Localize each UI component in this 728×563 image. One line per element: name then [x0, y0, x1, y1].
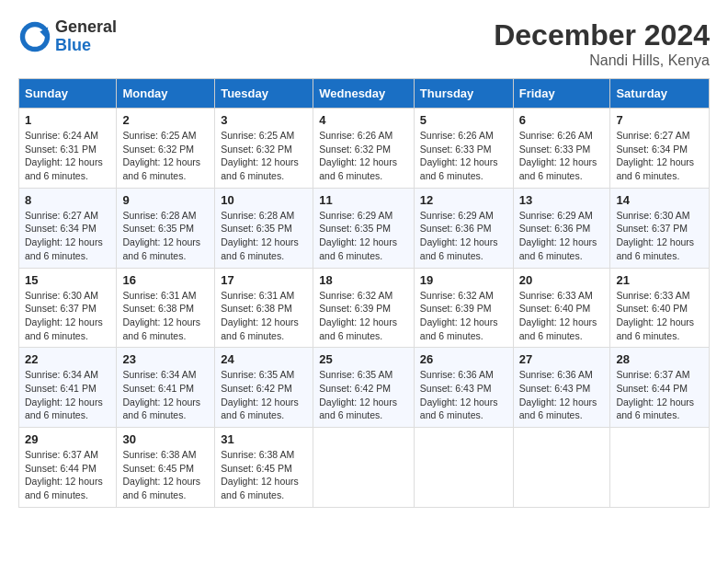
day-info: Sunrise: 6:35 AMSunset: 6:42 PMDaylight:…: [221, 368, 307, 422]
day-number: 29: [25, 432, 110, 446]
calendar-day: 21Sunrise: 6:33 AMSunset: 6:40 PMDayligh…: [610, 268, 710, 348]
calendar-day: 12Sunrise: 6:29 AMSunset: 6:36 PMDayligh…: [414, 188, 513, 268]
calendar-table: SundayMondayTuesdayWednesdayThursdayFrid…: [18, 78, 710, 508]
day-info: Sunrise: 6:24 AMSunset: 6:31 PMDaylight:…: [25, 129, 110, 183]
day-number: 4: [319, 113, 408, 127]
day-info: Sunrise: 6:25 AMSunset: 6:32 PMDaylight:…: [122, 129, 209, 183]
calendar-day: 22Sunrise: 6:34 AMSunset: 6:41 PMDayligh…: [19, 348, 117, 428]
day-info: Sunrise: 6:33 AMSunset: 6:40 PMDaylight:…: [616, 289, 703, 343]
day-info: Sunrise: 6:30 AMSunset: 6:37 PMDaylight:…: [25, 289, 110, 343]
calendar-day: 19Sunrise: 6:32 AMSunset: 6:39 PMDayligh…: [414, 268, 513, 348]
calendar-day: 14Sunrise: 6:30 AMSunset: 6:37 PMDayligh…: [610, 188, 710, 268]
calendar-week-2: 8Sunrise: 6:27 AMSunset: 6:34 PMDaylight…: [19, 188, 710, 268]
calendar-day: 7Sunrise: 6:27 AMSunset: 6:34 PMDaylight…: [610, 109, 710, 189]
day-number: 30: [122, 432, 209, 446]
day-info: Sunrise: 6:28 AMSunset: 6:35 PMDaylight:…: [122, 209, 209, 263]
day-info: Sunrise: 6:26 AMSunset: 6:32 PMDaylight:…: [319, 129, 408, 183]
day-number: 21: [616, 273, 703, 287]
calendar-day: 20Sunrise: 6:33 AMSunset: 6:40 PMDayligh…: [513, 268, 610, 348]
calendar-day: 24Sunrise: 6:35 AMSunset: 6:42 PMDayligh…: [215, 348, 313, 428]
calendar-day: 10Sunrise: 6:28 AMSunset: 6:35 PMDayligh…: [215, 188, 313, 268]
day-info: Sunrise: 6:34 AMSunset: 6:41 PMDaylight:…: [122, 368, 209, 422]
calendar-day: 28Sunrise: 6:37 AMSunset: 6:44 PMDayligh…: [610, 348, 710, 428]
day-number: 27: [519, 352, 605, 366]
day-info: Sunrise: 6:29 AMSunset: 6:36 PMDaylight:…: [519, 209, 605, 263]
calendar-day: 31Sunrise: 6:38 AMSunset: 6:45 PMDayligh…: [215, 428, 313, 508]
day-number: 16: [122, 273, 209, 287]
day-number: 7: [616, 113, 703, 127]
day-header-tuesday: Tuesday: [215, 79, 313, 109]
calendar-day: 30Sunrise: 6:38 AMSunset: 6:45 PMDayligh…: [117, 428, 215, 508]
calendar-day: 2Sunrise: 6:25 AMSunset: 6:32 PMDaylight…: [117, 109, 215, 189]
day-info: Sunrise: 6:33 AMSunset: 6:40 PMDaylight:…: [519, 289, 605, 343]
day-number: 18: [319, 273, 408, 287]
day-info: Sunrise: 6:30 AMSunset: 6:37 PMDaylight:…: [616, 209, 703, 263]
day-info: Sunrise: 6:38 AMSunset: 6:45 PMDaylight:…: [122, 448, 209, 502]
calendar-week-4: 22Sunrise: 6:34 AMSunset: 6:41 PMDayligh…: [19, 348, 710, 428]
calendar-day: 17Sunrise: 6:31 AMSunset: 6:38 PMDayligh…: [215, 268, 313, 348]
calendar-day: 18Sunrise: 6:32 AMSunset: 6:39 PMDayligh…: [313, 268, 415, 348]
calendar-week-1: 1Sunrise: 6:24 AMSunset: 6:31 PMDaylight…: [19, 109, 710, 189]
calendar-day: 15Sunrise: 6:30 AMSunset: 6:37 PMDayligh…: [19, 268, 117, 348]
day-info: Sunrise: 6:37 AMSunset: 6:44 PMDaylight:…: [25, 448, 110, 502]
calendar-day: 5Sunrise: 6:26 AMSunset: 6:33 PMDaylight…: [414, 109, 513, 189]
day-info: Sunrise: 6:29 AMSunset: 6:35 PMDaylight:…: [319, 209, 408, 263]
logo-blue: Blue: [55, 37, 117, 55]
calendar-day: [313, 428, 415, 508]
day-number: 24: [221, 352, 307, 366]
day-number: 22: [25, 352, 110, 366]
calendar-day: [513, 428, 610, 508]
day-number: 23: [122, 352, 209, 366]
day-header-wednesday: Wednesday: [313, 79, 415, 109]
day-number: 28: [616, 352, 703, 366]
logo-general: General: [55, 18, 117, 37]
day-info: Sunrise: 6:26 AMSunset: 6:33 PMDaylight:…: [420, 129, 507, 183]
calendar-day: 23Sunrise: 6:34 AMSunset: 6:41 PMDayligh…: [117, 348, 215, 428]
calendar-week-3: 15Sunrise: 6:30 AMSunset: 6:37 PMDayligh…: [19, 268, 710, 348]
day-info: Sunrise: 6:35 AMSunset: 6:42 PMDaylight:…: [319, 368, 408, 422]
day-info: Sunrise: 6:25 AMSunset: 6:32 PMDaylight:…: [221, 129, 307, 183]
day-info: Sunrise: 6:31 AMSunset: 6:38 PMDaylight:…: [221, 289, 307, 343]
day-number: 1: [25, 113, 110, 127]
day-info: Sunrise: 6:26 AMSunset: 6:33 PMDaylight:…: [519, 129, 605, 183]
day-info: Sunrise: 6:32 AMSunset: 6:39 PMDaylight:…: [420, 289, 507, 343]
calendar-day: [414, 428, 513, 508]
day-info: Sunrise: 6:31 AMSunset: 6:38 PMDaylight:…: [122, 289, 209, 343]
calendar-day: 8Sunrise: 6:27 AMSunset: 6:34 PMDaylight…: [19, 188, 117, 268]
day-number: 6: [519, 113, 605, 127]
day-number: 2: [122, 113, 209, 127]
day-info: Sunrise: 6:27 AMSunset: 6:34 PMDaylight:…: [25, 209, 110, 263]
day-number: 12: [420, 193, 507, 207]
day-info: Sunrise: 6:37 AMSunset: 6:44 PMDaylight:…: [616, 368, 703, 422]
calendar-day: 25Sunrise: 6:35 AMSunset: 6:42 PMDayligh…: [313, 348, 415, 428]
calendar-day: 9Sunrise: 6:28 AMSunset: 6:35 PMDaylight…: [117, 188, 215, 268]
calendar-day: 1Sunrise: 6:24 AMSunset: 6:31 PMDaylight…: [19, 109, 117, 189]
day-number: 20: [519, 273, 605, 287]
day-header-monday: Monday: [117, 79, 215, 109]
day-number: 13: [519, 193, 605, 207]
day-number: 9: [122, 193, 209, 207]
day-info: Sunrise: 6:27 AMSunset: 6:34 PMDaylight:…: [616, 129, 703, 183]
day-info: Sunrise: 6:32 AMSunset: 6:39 PMDaylight:…: [319, 289, 408, 343]
day-number: 10: [221, 193, 307, 207]
calendar-day: 16Sunrise: 6:31 AMSunset: 6:38 PMDayligh…: [117, 268, 215, 348]
day-number: 25: [319, 352, 408, 366]
day-number: 26: [420, 352, 507, 366]
day-info: Sunrise: 6:29 AMSunset: 6:36 PMDaylight:…: [420, 209, 507, 263]
day-number: 8: [25, 193, 110, 207]
page-header: General Blue December 2024 Nandi Hills, …: [18, 18, 710, 69]
calendar-day: 27Sunrise: 6:36 AMSunset: 6:43 PMDayligh…: [513, 348, 610, 428]
calendar-day: 6Sunrise: 6:26 AMSunset: 6:33 PMDaylight…: [513, 109, 610, 189]
title-section: December 2024 Nandi Hills, Kenya: [494, 18, 710, 69]
calendar-day: 13Sunrise: 6:29 AMSunset: 6:36 PMDayligh…: [513, 188, 610, 268]
day-number: 19: [420, 273, 507, 287]
day-number: 11: [319, 193, 408, 207]
day-header-sunday: Sunday: [19, 79, 117, 109]
calendar-day: 4Sunrise: 6:26 AMSunset: 6:32 PMDaylight…: [313, 109, 415, 189]
month-title: December 2024: [494, 18, 710, 52]
calendar-day: [610, 428, 710, 508]
calendar-day: 3Sunrise: 6:25 AMSunset: 6:32 PMDaylight…: [215, 109, 313, 189]
day-header-saturday: Saturday: [610, 79, 710, 109]
day-number: 5: [420, 113, 507, 127]
logo-text: General Blue: [55, 18, 117, 55]
